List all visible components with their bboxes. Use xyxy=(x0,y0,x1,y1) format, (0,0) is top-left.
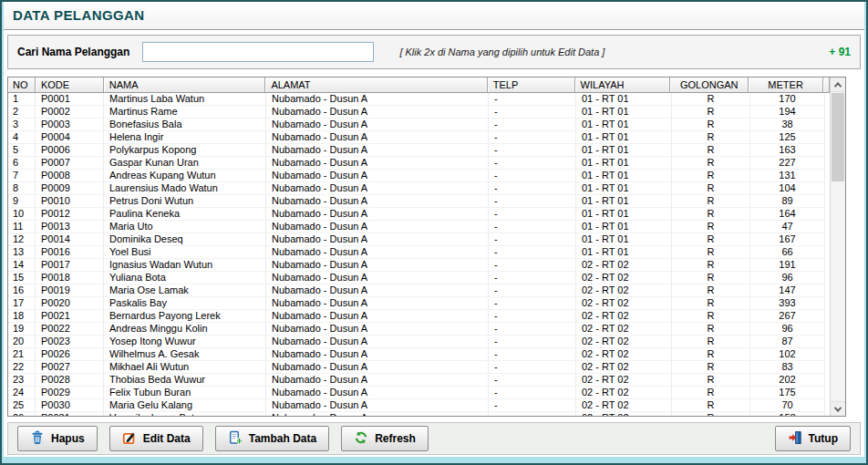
column-header-meter[interactable]: METER xyxy=(749,78,823,93)
column-header-no[interactable]: NO xyxy=(8,78,36,93)
table-row[interactable]: 10P0012Paulina KenekaNubamado - Dusun A-… xyxy=(8,208,830,221)
table-cell: 87 xyxy=(750,336,825,348)
table-row[interactable]: 6P0007Gaspar Kunan UranNubamado - Dusun … xyxy=(8,157,830,170)
table-cell: - xyxy=(489,323,576,336)
table-cell: P0019 xyxy=(36,284,104,297)
chevron-up-icon xyxy=(834,82,842,89)
table-cell: - xyxy=(489,195,576,208)
table-row[interactable]: 17P0020Paskalis BayNubamado - Dusun A-02… xyxy=(8,297,830,310)
hapus-button[interactable]: Hapus xyxy=(17,426,98,451)
edit-pencil-icon xyxy=(122,430,137,448)
table-cell: 3 xyxy=(8,119,36,131)
edit-data-button[interactable]: Edit Data xyxy=(109,426,203,451)
table-cell: 01 - RT 01 xyxy=(576,157,672,170)
table-row[interactable]: 3P0003Bonefasius BalaNubamado - Dusun A-… xyxy=(8,119,830,131)
table-cell: - xyxy=(489,361,576,374)
table-row[interactable]: 7P0008Andreas Kupang WutunNubamado - Dus… xyxy=(8,170,830,182)
table-row[interactable]: 22P0027Mikhael Ali WutunNubamado - Dusun… xyxy=(8,361,830,374)
table-row[interactable]: 9P0010Petrus Doni WutunNubamado - Dusun … xyxy=(8,195,830,208)
table-cell: Maria Ose Lamak xyxy=(104,284,266,297)
table-cell: 17 xyxy=(8,297,36,310)
vertical-scrollbar[interactable] xyxy=(830,78,845,416)
search-input[interactable] xyxy=(142,42,374,62)
button-bar: Hapus Edit Data T xyxy=(7,422,861,455)
table-row[interactable]: 1P0001Martinus Laba WatunNubamado - Dusu… xyxy=(8,93,830,106)
table-row[interactable]: 5P0006Polykarpus KopongNubamado - Dusun … xyxy=(8,144,830,157)
table-cell: Helena Ingir xyxy=(104,131,266,144)
table-cell: 6 xyxy=(8,157,36,170)
table-cell: Dominika Deseq xyxy=(104,233,266,246)
table-row[interactable]: 12P0014Dominika DeseqNubamado - Dusun A-… xyxy=(8,233,830,246)
table-row[interactable]: 16P0019Maria Ose LamakNubamado - Dusun A… xyxy=(8,284,830,297)
refresh-button-label: Refresh xyxy=(375,432,416,445)
table-row[interactable]: 18P0021Bernardus Payong LerekNubamado - … xyxy=(8,310,830,323)
table-cell: 22 xyxy=(8,361,36,374)
table-cell: Thobias Beda Wuwur xyxy=(104,374,266,387)
scroll-up-button[interactable] xyxy=(831,78,845,92)
column-header-nama[interactable]: NAMA xyxy=(104,78,266,93)
table-cell: 13 xyxy=(8,246,36,259)
table-cell: Nubamado - Dusun A xyxy=(266,221,489,233)
table-cell: Petrus Doni Wutun xyxy=(104,195,266,208)
table-row[interactable]: 20P0023Yosep Itong WuwurNubamado - Dusun… xyxy=(8,336,830,348)
table-row[interactable]: 26P0031Veronika Lama BotaNubamado - Dusu… xyxy=(8,412,830,416)
table-cell: - xyxy=(489,284,576,297)
table-cell: R xyxy=(672,284,750,297)
table-row[interactable]: 4P0004Helena IngirNubamado - Dusun A-01 … xyxy=(8,131,830,144)
table-cell: 158 xyxy=(750,412,825,416)
table-cell: - xyxy=(489,297,576,310)
table-row[interactable]: 2P0002Martinus RameNubamado - Dusun A-01… xyxy=(8,106,830,119)
table-row[interactable]: 24P0029Felix Tubun BuranNubamado - Dusun… xyxy=(8,387,830,399)
table-cell: 01 - RT 01 xyxy=(576,144,672,157)
column-header-filler xyxy=(823,78,830,93)
table-cell: 147 xyxy=(750,284,825,297)
table-cell: Nubamado - Dusun A xyxy=(266,323,489,336)
table-cell: 02 - RT 02 xyxy=(576,412,672,416)
table-cell: Felix Tubun Buran xyxy=(104,387,266,399)
column-header-telp[interactable]: TELP xyxy=(488,78,575,93)
table-cell: Ignasius Wadan Wutun xyxy=(104,259,266,272)
table-cell: P0026 xyxy=(36,348,104,361)
table-cell: P0027 xyxy=(36,361,104,374)
column-header-golongan[interactable]: GOLONGAN xyxy=(670,78,749,93)
refresh-button[interactable]: Refresh xyxy=(341,426,429,451)
table-cell: Nubamado - Dusun A xyxy=(266,387,489,399)
table-cell: 66 xyxy=(750,246,825,259)
column-header-kode[interactable]: KODE xyxy=(36,78,104,93)
table-cell: 26 xyxy=(8,412,36,416)
table-cell: - xyxy=(489,259,576,272)
column-header-wilayah[interactable]: WILAYAH xyxy=(575,78,671,93)
table-cell: P0020 xyxy=(36,297,104,310)
table-cell: 104 xyxy=(750,182,825,195)
table-cell: 38 xyxy=(750,119,825,131)
table-cell: Nubamado - Dusun A xyxy=(266,399,489,412)
column-header-alamat[interactable]: ALAMAT xyxy=(265,78,487,93)
table-row[interactable]: 21P0026Wilhelmus A. GesakNubamado - Dusu… xyxy=(8,348,830,361)
table-cell: 23 xyxy=(8,374,36,387)
scrollbar-thumb[interactable] xyxy=(832,93,844,181)
table-row[interactable]: 23P0028Thobias Beda WuwurNubamado - Dusu… xyxy=(8,374,830,387)
scroll-down-button[interactable] xyxy=(831,401,845,416)
tutup-button[interactable]: Tutup xyxy=(775,426,851,451)
table-row[interactable]: 19P0022Andreas Minggu KolinNubamado - Du… xyxy=(8,323,830,336)
table-row[interactable]: 25P0030Maria Gelu KalangNubamado - Dusun… xyxy=(8,399,830,412)
table-cell: 01 - RT 01 xyxy=(576,106,672,119)
table-cell: P0008 xyxy=(36,170,104,182)
table-cell: P0013 xyxy=(36,221,104,233)
table-row[interactable]: 13P0016Yoel BusiNubamado - Dusun A-01 - … xyxy=(8,246,830,259)
tambah-data-button[interactable]: Tambah Data xyxy=(215,426,329,451)
table-cell: R xyxy=(672,361,750,374)
table-cell: Nubamado - Dusun A xyxy=(266,361,489,374)
table-cell: R xyxy=(672,208,750,221)
table-cell: R xyxy=(672,106,750,119)
table-row[interactable]: 11P0013Maria UtoNubamado - Dusun A-01 - … xyxy=(8,221,830,233)
table-cell: R xyxy=(672,323,750,336)
table-row[interactable]: 15P0018Yuliana BotaNubamado - Dusun A-02… xyxy=(8,272,830,284)
table-cell: 02 - RT 02 xyxy=(576,323,672,336)
table-cell: 02 - RT 02 xyxy=(576,348,672,361)
table-cell: - xyxy=(489,106,576,119)
table-row[interactable]: 8P0009Laurensius Mado WatunNubamado - Du… xyxy=(8,182,830,195)
table-cell: R xyxy=(672,348,750,361)
table-row[interactable]: 14P0017Ignasius Wadan WutunNubamado - Du… xyxy=(8,259,830,272)
table-cell: P0017 xyxy=(36,259,104,272)
